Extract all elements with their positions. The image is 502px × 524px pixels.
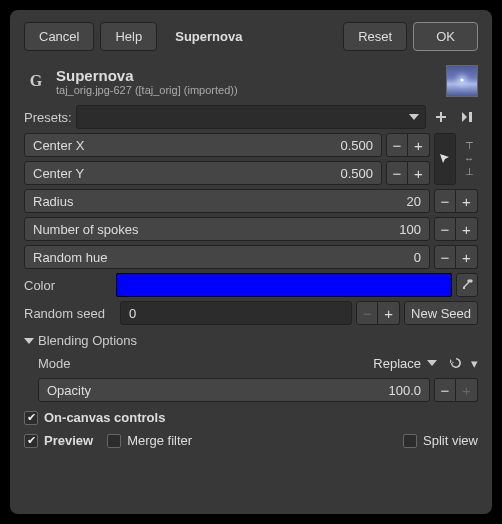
cancel-button[interactable]: Cancel xyxy=(24,22,94,51)
mode-menu-icon[interactable]: ▾ xyxy=(471,356,478,371)
spokes-minus[interactable]: − xyxy=(434,217,456,241)
center-pick-button[interactable] xyxy=(434,133,456,185)
center-x-minus[interactable]: − xyxy=(386,133,408,157)
preset-menu-button[interactable] xyxy=(456,106,478,128)
merge-filter-label: Merge filter xyxy=(127,433,192,448)
center-y-field[interactable]: Center Y 0.500 xyxy=(24,161,382,185)
chain-bottom-icon[interactable]: ⊥ xyxy=(465,167,474,177)
center-y-plus[interactable]: + xyxy=(408,161,430,185)
unit-icon[interactable]: ↔ xyxy=(464,154,474,164)
seed-plus[interactable]: + xyxy=(378,301,400,325)
mode-label: Mode xyxy=(38,356,98,371)
opacity-minus[interactable]: − xyxy=(434,378,456,402)
color-label: Color xyxy=(24,278,112,293)
spokes-field[interactable]: Number of spokes 100 xyxy=(24,217,430,241)
on-canvas-label: On-canvas controls xyxy=(44,410,165,425)
ok-button[interactable]: OK xyxy=(413,22,478,51)
filter-name: Supernova xyxy=(56,67,438,84)
blending-options-header[interactable]: Blending Options xyxy=(24,333,478,348)
random-hue-plus[interactable]: + xyxy=(456,245,478,269)
seed-minus[interactable]: − xyxy=(356,301,378,325)
mode-select[interactable]: Replace xyxy=(369,354,441,373)
center-x-field[interactable]: Center X 0.500 xyxy=(24,133,382,157)
new-seed-button[interactable]: New Seed xyxy=(404,301,478,325)
expander-icon xyxy=(24,338,34,344)
color-swatch[interactable] xyxy=(116,273,452,297)
preview-label: Preview xyxy=(44,433,93,448)
opacity-plus[interactable]: + xyxy=(456,378,478,402)
center-y-minus[interactable]: − xyxy=(386,161,408,185)
center-x-plus[interactable]: + xyxy=(408,133,430,157)
help-button[interactable]: Help xyxy=(100,22,157,51)
random-seed-field[interactable]: 0 xyxy=(120,301,352,325)
reset-button[interactable]: Reset xyxy=(343,22,407,51)
preset-add-button[interactable] xyxy=(430,106,452,128)
preview-thumbnail[interactable] xyxy=(446,65,478,97)
random-seed-label: Random seed xyxy=(24,306,116,321)
radius-plus[interactable]: + xyxy=(456,189,478,213)
presets-label: Presets: xyxy=(24,110,72,125)
image-path: taj_orig.jpg-627 ([taj_orig] (imported)) xyxy=(56,84,438,96)
mode-reset-button[interactable] xyxy=(445,352,467,374)
spokes-plus[interactable]: + xyxy=(456,217,478,241)
on-canvas-checkbox[interactable]: ✔ xyxy=(24,411,38,425)
presets-select[interactable] xyxy=(76,105,426,129)
color-picker-button[interactable] xyxy=(456,273,478,297)
split-view-label: Split view xyxy=(423,433,478,448)
dialog-title: Supernova xyxy=(163,29,254,44)
radius-minus[interactable]: − xyxy=(434,189,456,213)
merge-filter-checkbox[interactable] xyxy=(107,434,121,448)
gimp-icon: G xyxy=(24,69,48,93)
random-hue-field[interactable]: Random hue 0 xyxy=(24,245,430,269)
random-hue-minus[interactable]: − xyxy=(434,245,456,269)
preview-checkbox[interactable]: ✔ xyxy=(24,434,38,448)
radius-field[interactable]: Radius 20 xyxy=(24,189,430,213)
chain-top-icon[interactable]: ⊤ xyxy=(465,141,474,151)
opacity-field[interactable]: Opacity 100.0 xyxy=(38,378,430,402)
split-view-checkbox[interactable] xyxy=(403,434,417,448)
